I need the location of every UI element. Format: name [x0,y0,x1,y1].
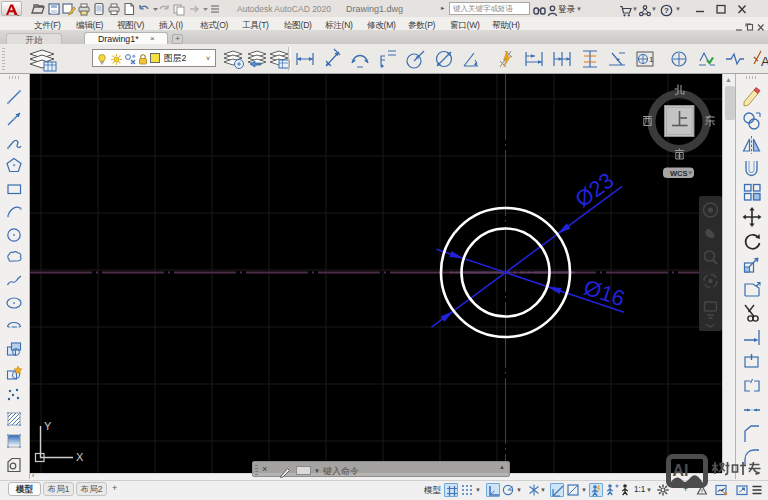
svg-text:Y: Y [44,420,52,432]
svg-text:Ø16: Ø16 [581,274,628,311]
svg-text:1: 1 [649,55,654,64]
svg-text:WCS: WCS [670,169,688,178]
svg-text:?: ? [664,6,669,15]
svg-text:AI: AI [673,462,689,479]
svg-text:X: X [76,451,84,463]
svg-text:A: A [761,54,768,69]
